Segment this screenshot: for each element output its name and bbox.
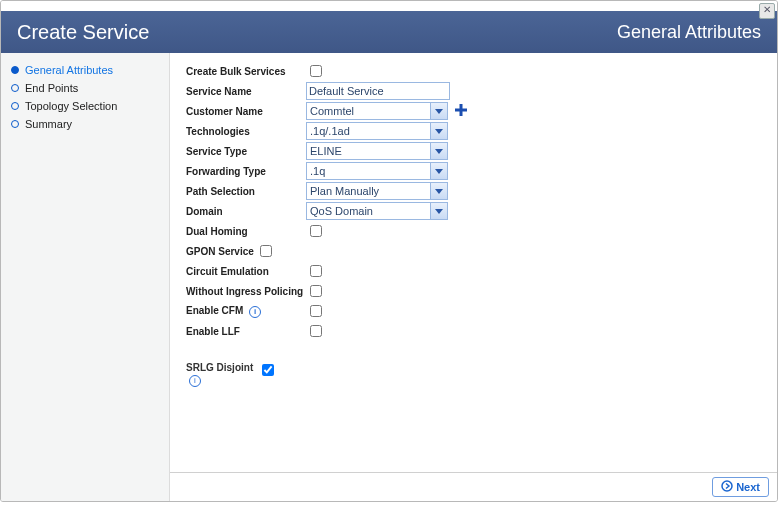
next-button-label: Next	[736, 481, 760, 493]
select-domain-value: QoS Domain	[310, 205, 373, 217]
label-enable-cfm: Enable CFM i	[186, 305, 306, 318]
sidebar-item-topology-selection[interactable]: Topology Selection	[5, 97, 165, 115]
select-technologies[interactable]: .1q/.1ad	[306, 122, 448, 140]
row-enable-llf: Enable LLF	[186, 321, 769, 341]
info-icon[interactable]: i	[249, 306, 261, 318]
row-circuit-emulation: Circuit Emulation	[186, 261, 769, 281]
select-forwarding-type[interactable]: .1q	[306, 162, 448, 180]
label-without-ingress-policing: Without Ingress Policing	[186, 286, 306, 297]
label-technologies: Technologies	[186, 126, 306, 137]
chevron-down-icon	[430, 123, 447, 139]
sidebar-item-end-points[interactable]: End Points	[5, 79, 165, 97]
select-customer-name-value: Commtel	[310, 105, 354, 117]
row-domain: Domain QoS Domain	[186, 201, 769, 221]
row-service-type: Service Type ELINE	[186, 141, 769, 161]
create-service-dialog: ✕ Create Service General Attributes Gene…	[0, 0, 778, 502]
input-service-name[interactable]	[306, 82, 450, 100]
sidebar-item-summary[interactable]: Summary	[5, 115, 165, 133]
checkbox-enable-llf[interactable]	[310, 325, 322, 337]
select-path-selection-value: Plan Manually	[310, 185, 379, 197]
label-srlg-disjoint: SRLG Disjoint	[186, 362, 253, 373]
titlebar-spacer	[1, 1, 777, 11]
checkbox-create-bulk-services[interactable]	[310, 65, 322, 77]
sidebar-item-general-attributes[interactable]: General Attributes	[5, 61, 165, 79]
dialog-footer: Next	[170, 472, 777, 501]
label-path-selection: Path Selection	[186, 186, 306, 197]
checkbox-without-ingress-policing[interactable]	[310, 285, 322, 297]
select-service-type[interactable]: ELINE	[306, 142, 448, 160]
row-technologies: Technologies .1q/.1ad	[186, 121, 769, 141]
step-indicator-icon	[11, 66, 19, 74]
sidebar-item-label: Summary	[25, 118, 72, 130]
label-circuit-emulation: Circuit Emulation	[186, 266, 306, 277]
wizard-sidebar: General Attributes End Points Topology S…	[1, 53, 170, 501]
info-icon[interactable]: i	[189, 375, 201, 387]
row-without-ingress-policing: Without Ingress Policing	[186, 281, 769, 301]
main-panel: Create Bulk Services Service Name Custom…	[170, 53, 777, 501]
sidebar-item-label: End Points	[25, 82, 78, 94]
select-customer-name[interactable]: Commtel	[306, 102, 448, 120]
chevron-down-icon	[430, 103, 447, 119]
row-enable-cfm: Enable CFM i	[186, 301, 769, 321]
label-customer-name: Customer Name	[186, 106, 306, 117]
row-create-bulk-services: Create Bulk Services	[186, 61, 769, 81]
row-customer-name: Customer Name Commtel	[186, 101, 769, 121]
label-service-name: Service Name	[186, 86, 306, 97]
label-create-bulk-services: Create Bulk Services	[186, 66, 306, 77]
row-gpon-service: GPON Service	[186, 241, 769, 261]
svg-rect-1	[455, 109, 467, 112]
row-srlg-disjoint: SRLG Disjoint i	[186, 361, 769, 387]
add-customer-button[interactable]	[454, 103, 468, 119]
select-forwarding-type-value: .1q	[310, 165, 325, 177]
select-path-selection[interactable]: Plan Manually	[306, 182, 448, 200]
row-path-selection: Path Selection Plan Manually	[186, 181, 769, 201]
plus-icon	[454, 103, 468, 117]
row-forwarding-type: Forwarding Type .1q	[186, 161, 769, 181]
page-title: Create Service	[17, 21, 149, 44]
svg-point-2	[722, 481, 732, 491]
chevron-down-icon	[430, 183, 447, 199]
form-area: Create Bulk Services Service Name Custom…	[170, 53, 777, 472]
label-domain: Domain	[186, 206, 306, 217]
step-indicator-icon	[11, 102, 19, 110]
select-technologies-value: .1q/.1ad	[310, 125, 350, 137]
chevron-down-icon	[430, 163, 447, 179]
chevron-down-icon	[430, 143, 447, 159]
label-dual-homing: Dual Homing	[186, 226, 306, 237]
row-dual-homing: Dual Homing	[186, 221, 769, 241]
chevron-down-icon	[430, 203, 447, 219]
step-indicator-icon	[11, 120, 19, 128]
arrow-right-circle-icon	[721, 480, 733, 494]
row-service-name: Service Name	[186, 81, 769, 101]
dialog-header: Create Service General Attributes	[1, 11, 777, 53]
label-enable-cfm-text: Enable CFM	[186, 305, 243, 316]
dialog-close-button[interactable]: ✕	[759, 3, 775, 19]
sidebar-item-label: General Attributes	[25, 64, 113, 76]
checkbox-srlg-disjoint[interactable]	[262, 364, 274, 376]
checkbox-gpon-service[interactable]	[260, 245, 272, 257]
select-service-type-value: ELINE	[310, 145, 342, 157]
label-gpon-service: GPON Service	[186, 246, 256, 257]
checkbox-dual-homing[interactable]	[310, 225, 322, 237]
label-enable-llf: Enable LLF	[186, 326, 306, 337]
step-title: General Attributes	[617, 22, 761, 43]
select-domain[interactable]: QoS Domain	[306, 202, 448, 220]
dialog-body: General Attributes End Points Topology S…	[1, 53, 777, 501]
next-button[interactable]: Next	[712, 477, 769, 497]
step-indicator-icon	[11, 84, 19, 92]
label-service-type: Service Type	[186, 146, 306, 157]
label-forwarding-type: Forwarding Type	[186, 166, 306, 177]
checkbox-circuit-emulation[interactable]	[310, 265, 322, 277]
sidebar-item-label: Topology Selection	[25, 100, 117, 112]
checkbox-enable-cfm[interactable]	[310, 305, 322, 317]
